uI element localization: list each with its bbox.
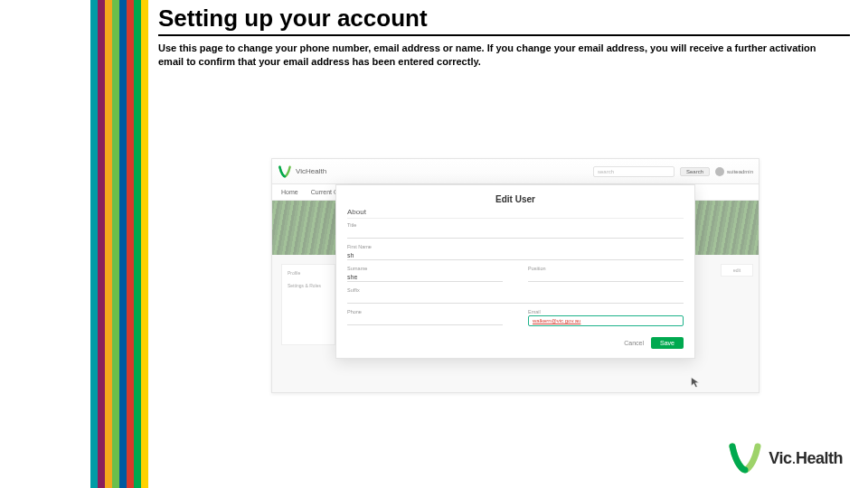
close-icon[interactable]: × [722, 182, 738, 198]
vichealth-logo-icon [278, 165, 292, 178]
suffix-input[interactable] [347, 294, 684, 304]
modal-section-about: About [347, 208, 684, 219]
email-label: Email [528, 309, 684, 314]
search-button[interactable]: Search [680, 167, 710, 176]
phone-input[interactable] [347, 315, 503, 325]
firstname-input[interactable]: sh [347, 250, 684, 260]
search-input[interactable]: search [593, 166, 675, 177]
user-label: suiteadmin [727, 169, 753, 174]
cancel-button[interactable]: Cancel [624, 340, 644, 346]
vichealth-logo-icon [727, 443, 763, 474]
position-input[interactable] [528, 272, 684, 282]
decorative-stripes [90, 0, 148, 488]
user-menu[interactable]: suiteadmin [715, 167, 753, 176]
surname-label: Surname [347, 266, 503, 271]
app-screenshot: VicHealth search Search suiteadmin Home … [271, 158, 760, 393]
firstname-label: First Name [347, 244, 684, 249]
avatar-icon [715, 167, 724, 176]
phone-label: Phone [347, 309, 503, 314]
page-title: Setting up your account [158, 5, 850, 36]
nav-home[interactable]: Home [281, 189, 298, 195]
modal-title: Edit User [347, 194, 684, 204]
brand-logo: VicHealth [278, 165, 326, 178]
footer-brand: Vic.Health [727, 443, 843, 474]
surname-input[interactable]: she [347, 272, 503, 282]
app-header: VicHealth search Search suiteadmin [272, 159, 759, 184]
edit-user-modal: × Edit User About Title First Name sh Su… [335, 184, 695, 359]
cursor-icon [690, 376, 703, 389]
side-card: Profile Settings & Roles [281, 264, 335, 345]
page-description: Use this page to change your phone numbe… [158, 42, 827, 70]
title-label: Title [347, 222, 684, 228]
save-button[interactable]: Save [651, 337, 684, 349]
position-label: Position [528, 266, 684, 271]
title-input[interactable] [347, 229, 684, 239]
email-input[interactable]: walkern@vic.gov.au [528, 315, 684, 326]
suffix-label: Suffix [347, 287, 684, 293]
edit-chip[interactable]: edit [721, 264, 753, 277]
